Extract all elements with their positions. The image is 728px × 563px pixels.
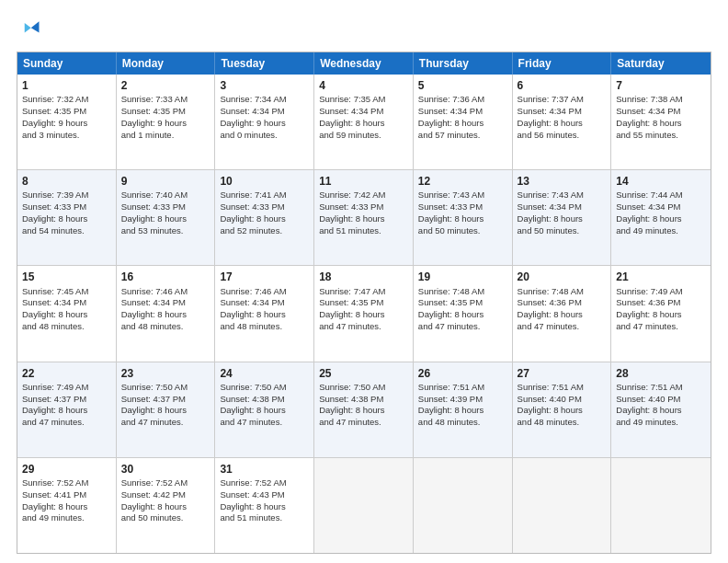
day-info-line: Daylight: 8 hours — [220, 309, 309, 321]
day-info-line: Sunset: 4:36 PM — [616, 297, 706, 309]
day-number: 30 — [121, 462, 210, 477]
day-info-line: Sunset: 4:33 PM — [319, 201, 408, 213]
day-info-line: and 50 minutes. — [518, 225, 607, 237]
svg-marker-1 — [25, 23, 31, 33]
day-info-line: Daylight: 8 hours — [616, 309, 706, 321]
day-info-line: Sunrise: 7:46 AM — [220, 286, 309, 298]
day-info-line: Sunrise: 7:50 AM — [319, 382, 408, 394]
day-info-line: Sunset: 4:34 PM — [22, 297, 111, 309]
day-info-line: Sunset: 4:40 PM — [616, 394, 706, 406]
day-info-line: Sunrise: 7:46 AM — [121, 286, 210, 298]
day-number: 28 — [616, 366, 706, 381]
day-cell-16: 16Sunrise: 7:46 AMSunset: 4:34 PMDayligh… — [117, 266, 216, 361]
day-info-line: Sunrise: 7:38 AM — [616, 94, 706, 106]
day-info-line: and 52 minutes. — [220, 225, 309, 237]
day-number: 20 — [518, 270, 607, 284]
header-day-thursday: Thursday — [414, 52, 513, 75]
day-info-line: Sunrise: 7:32 AM — [22, 94, 111, 106]
day-info-line: Sunrise: 7:51 AM — [418, 382, 507, 394]
day-info-line: and 48 minutes. — [418, 417, 507, 429]
day-cell-6: 6Sunrise: 7:37 AMSunset: 4:34 PMDaylight… — [513, 75, 612, 169]
day-info-line: Sunrise: 7:51 AM — [616, 382, 706, 394]
day-info-line: Sunset: 4:40 PM — [518, 394, 607, 406]
day-number: 3 — [220, 78, 309, 93]
day-info-line: Sunrise: 7:48 AM — [418, 286, 507, 298]
day-cell-2: 2Sunrise: 7:33 AMSunset: 4:35 PMDaylight… — [117, 75, 216, 169]
day-number: 19 — [418, 270, 507, 284]
day-number: 7 — [616, 78, 706, 93]
day-info-line: Sunrise: 7:37 AM — [518, 94, 607, 106]
day-cell-9: 9Sunrise: 7:40 AMSunset: 4:33 PMDaylight… — [117, 170, 216, 265]
day-cell-22: 22Sunrise: 7:49 AMSunset: 4:37 PMDayligh… — [17, 362, 117, 457]
day-info-line: Sunrise: 7:39 AM — [22, 190, 111, 201]
day-info-line: Daylight: 9 hours — [220, 118, 309, 130]
day-number: 10 — [220, 174, 309, 189]
day-info-line: Sunset: 4:33 PM — [220, 201, 309, 213]
day-info-line: Sunset: 4:34 PM — [220, 297, 309, 309]
day-number: 15 — [22, 270, 111, 284]
day-cell-30: 30Sunrise: 7:52 AMSunset: 4:42 PMDayligh… — [117, 458, 216, 553]
day-info-line: Daylight: 8 hours — [121, 405, 210, 417]
day-info-line: Daylight: 8 hours — [518, 309, 607, 321]
day-cell-31: 31Sunrise: 7:52 AMSunset: 4:43 PMDayligh… — [215, 458, 314, 553]
header-day-friday: Friday — [513, 52, 612, 75]
empty-cell — [611, 458, 711, 553]
day-cell-24: 24Sunrise: 7:50 AMSunset: 4:38 PMDayligh… — [215, 362, 314, 457]
day-info-line: Daylight: 8 hours — [319, 118, 408, 130]
empty-cell — [314, 458, 414, 553]
day-info-line: Sunrise: 7:51 AM — [518, 382, 607, 394]
day-info-line: Sunset: 4:34 PM — [518, 106, 607, 118]
calendar-row-2: 8Sunrise: 7:39 AMSunset: 4:33 PMDaylight… — [17, 169, 711, 265]
day-cell-29: 29Sunrise: 7:52 AMSunset: 4:41 PMDayligh… — [17, 458, 117, 553]
day-info-line: Daylight: 8 hours — [121, 213, 210, 225]
day-info-line: Daylight: 8 hours — [616, 405, 706, 417]
header-day-wednesday: Wednesday — [314, 52, 414, 75]
day-info-line: and 3 minutes. — [22, 130, 111, 142]
empty-cell — [414, 458, 513, 553]
day-info-line: and 57 minutes. — [418, 130, 507, 142]
day-info-line: Sunset: 4:35 PM — [418, 297, 507, 309]
day-number: 11 — [319, 174, 408, 189]
day-info-line: Sunrise: 7:52 AM — [220, 477, 309, 489]
day-info-line: Sunrise: 7:52 AM — [22, 477, 111, 489]
day-number: 6 — [518, 78, 607, 93]
day-info-line: Daylight: 8 hours — [418, 309, 507, 321]
day-info-line: Sunrise: 7:44 AM — [616, 190, 706, 201]
day-cell-10: 10Sunrise: 7:41 AMSunset: 4:33 PMDayligh… — [215, 170, 314, 265]
day-info-line: and 53 minutes. — [121, 225, 210, 237]
day-number: 18 — [319, 270, 408, 284]
day-info-line: and 47 minutes. — [22, 417, 111, 429]
day-number: 13 — [518, 174, 607, 189]
day-info-line: Sunrise: 7:40 AM — [121, 190, 210, 201]
svg-marker-0 — [31, 21, 40, 32]
day-info-line: Sunset: 4:35 PM — [22, 106, 111, 118]
day-info-line: Sunset: 4:33 PM — [22, 201, 111, 213]
day-cell-12: 12Sunrise: 7:43 AMSunset: 4:33 PMDayligh… — [414, 170, 513, 265]
day-info-line: Sunset: 4:34 PM — [220, 106, 309, 118]
day-info-line: Sunrise: 7:41 AM — [220, 190, 309, 201]
day-number: 5 — [418, 78, 507, 93]
day-info-line: and 47 minutes. — [319, 321, 408, 333]
day-number: 31 — [220, 462, 309, 477]
day-info-line: and 0 minutes. — [220, 130, 309, 142]
day-cell-23: 23Sunrise: 7:50 AMSunset: 4:37 PMDayligh… — [117, 362, 216, 457]
day-info-line: Sunset: 4:34 PM — [418, 106, 507, 118]
day-info-line: Sunrise: 7:45 AM — [22, 286, 111, 298]
day-number: 8 — [22, 174, 111, 189]
day-info-line: Daylight: 8 hours — [319, 309, 408, 321]
day-info-line: and 47 minutes. — [616, 321, 706, 333]
day-info-line: and 49 minutes. — [616, 225, 706, 237]
day-info-line: Daylight: 8 hours — [22, 213, 111, 225]
day-info-line: Sunset: 4:36 PM — [518, 297, 607, 309]
day-info-line: and 49 minutes. — [22, 512, 111, 524]
day-number: 26 — [418, 366, 507, 381]
day-info-line: and 49 minutes. — [616, 417, 706, 429]
day-number: 27 — [518, 366, 607, 381]
day-cell-14: 14Sunrise: 7:44 AMSunset: 4:34 PMDayligh… — [611, 170, 711, 265]
day-info-line: Sunrise: 7:35 AM — [319, 94, 408, 106]
day-number: 9 — [121, 174, 210, 189]
day-info-line: and 48 minutes. — [518, 417, 607, 429]
day-info-line: Daylight: 8 hours — [518, 213, 607, 225]
day-number: 12 — [418, 174, 507, 189]
day-info-line: Sunrise: 7:36 AM — [418, 94, 507, 106]
